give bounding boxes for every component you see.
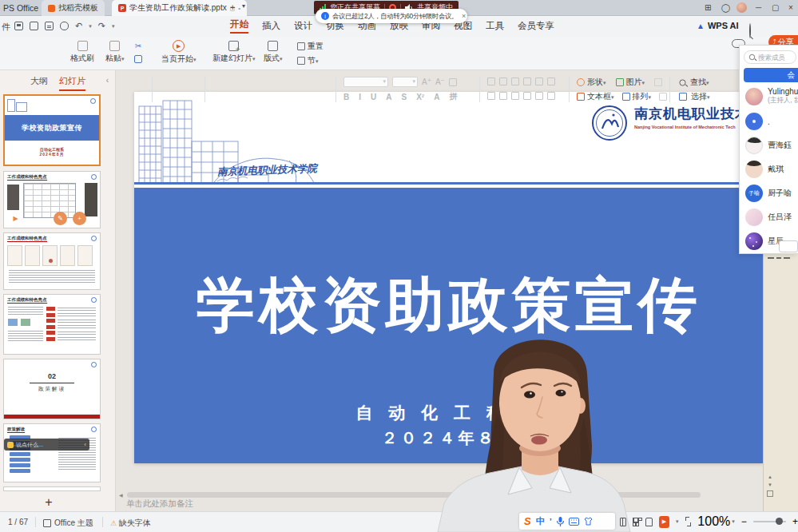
tab-slides[interactable]: 幻灯片 [59,75,85,91]
find-button[interactable]: 查找▾ [679,77,709,88]
print-icon[interactable] [45,22,54,30]
tab-docer-templates[interactable]: 找稻壳模板 [42,0,105,16]
paragraph-icons-bottom[interactable] [487,92,555,100]
reset-button[interactable]: 重置 [297,41,324,52]
notes-placeholder[interactable]: 单击此处添加备注 [126,498,193,510]
slide-thumbnail-6[interactable]: 政策解读 [3,423,101,482]
new-slide-button[interactable]: 新建幻灯片▾ [212,41,256,64]
textbox-button[interactable]: 文本框▾ [577,91,614,102]
zoom-out-button[interactable]: − [741,516,747,527]
layout-button[interactable]: 版式▾ [264,41,283,64]
panel-footer-button[interactable] [779,240,798,252]
file-menu[interactable]: 件 [2,22,10,33]
arrange-button[interactable]: 排列▾ [622,91,652,102]
member-row[interactable]: 戴琪 [745,161,784,178]
member-row-host[interactable]: Yulinghuan (主持人, 我) [745,87,798,105]
reading-view-icon[interactable] [645,518,652,526]
hscroll-left-arrow[interactable]: ◀ [119,492,123,498]
skin-icon[interactable] [584,517,593,526]
member-row[interactable]: . [745,113,770,130]
redo-icon[interactable]: ↷ [98,21,105,31]
undo-chevron-icon[interactable]: ▾ [89,23,92,30]
workspace-switch-icon[interactable]: ⊞ [705,3,711,12]
font-style-glyph-0[interactable]: B [343,93,349,101]
member-search-box[interactable] [744,50,796,64]
slideshow-options-chevron-icon[interactable]: ▾ [676,518,679,525]
slide-thumbnail-5[interactable]: 02 政策解读 [3,359,101,419]
slide-thumbnail-4[interactable]: 工作成绩和特色亮点 [3,294,101,355]
font-style-glyph-6[interactable]: A [434,93,439,101]
play-from-current-button[interactable]: ▶ 当页开始▾ [161,40,197,65]
thumb-annotate-button[interactable]: ✎ [54,212,67,225]
zoom-slider-handle[interactable] [776,518,783,525]
picture-button[interactable]: 图片▾ [616,77,645,88]
tab-outline[interactable]: 大纲 [30,75,48,91]
ribbon-search-icon[interactable] [749,24,751,38]
font-style-glyph-2[interactable]: U [371,93,376,101]
mic-icon[interactable] [557,517,564,526]
minimize-button[interactable]: ─ [756,3,761,12]
qat-chevron-icon[interactable]: ▾ [112,23,115,30]
thumb-add-button[interactable]: + [73,212,86,225]
sogou-logo-icon[interactable]: S [524,515,531,527]
slide-thumbnail-3[interactable]: 工作成绩和特色亮点 [3,232,101,290]
wps-ai-button[interactable]: ▲ WPS AI [697,21,739,30]
slide-thumbnail-2[interactable]: 工作成绩和特色亮点 ▶ ✎ + [3,171,101,228]
cut-icon[interactable]: ✂ [135,42,141,50]
globe-icon[interactable]: ◯ [721,3,730,12]
font-style-glyph-3[interactable]: A [386,93,391,101]
danmaku-input[interactable]: 说点什么... ‹ [4,439,89,451]
menu-tab-2[interactable]: 设计 [294,20,312,32]
prev-slide-icon[interactable]: ▲ [768,474,772,479]
decrease-font-icon[interactable]: A⁻ [435,77,445,86]
font-style-glyph-1[interactable]: I [359,93,361,101]
clear-format-icon[interactable] [449,78,457,86]
slide-sorter-icon[interactable] [633,518,639,526]
tab-list-chevron-icon[interactable]: ▾ [242,2,245,10]
slide-thumbnail-7[interactable] [3,486,101,491]
media-icon[interactable] [659,93,667,101]
copy-icon[interactable] [134,55,142,63]
select-button[interactable]: 选择▾ [679,91,710,102]
font-style-glyph-4[interactable]: S [401,93,407,101]
paragraph-icons-top[interactable] [487,77,555,85]
restore-button[interactable]: ▢ [772,3,779,12]
font-size-select[interactable] [392,77,418,87]
member-row[interactable]: 星辰 [745,232,784,250]
format-painter-button[interactable]: 格式刷 [70,41,94,64]
thumb-play-button[interactable]: ▶ [9,212,22,225]
increase-font-icon[interactable]: A⁺ [422,77,431,86]
tab-document[interactable]: P 学生资助工作政策解读.pptx ◻ • [112,0,247,16]
missing-font-warning[interactable]: ⚠ 缺失字体 [110,518,151,529]
adjust-icon[interactable] [767,490,773,497]
undo-icon[interactable]: ↶ [75,21,82,31]
font-style-glyph-5[interactable]: X² [416,93,424,101]
chart-icon[interactable] [654,78,662,86]
theme-button[interactable]: Office 主题 [43,518,93,529]
zoom-slider[interactable] [753,521,786,522]
member-search-input[interactable] [758,54,793,62]
cloud-sync-icon[interactable] [60,22,69,30]
toast-close-icon[interactable]: × [462,12,466,20]
member-row[interactable]: 任吕泽 [745,208,792,226]
shapes-button[interactable]: 形状▾ [577,77,606,88]
zoom-level[interactable]: 100% ▾ [697,514,734,529]
add-slide-button[interactable]: + [0,495,97,510]
ime-mode-toggle[interactable]: 中 [536,515,545,527]
fit-to-window-icon[interactable] [685,517,692,526]
font-style-glyph-7[interactable]: 拼 [449,91,457,102]
normal-view-icon[interactable] [620,518,626,526]
slideshow-play-button[interactable]: ▶ [659,516,670,528]
save-icon[interactable] [14,22,23,30]
font-family-select[interactable] [343,77,388,87]
menu-tab-1[interactable]: 插入 [262,20,280,32]
danmaku-send-icon[interactable]: ‹ [84,441,86,448]
menu-tab-9[interactable]: 会员专享 [518,20,554,32]
new-tab-button[interactable]: + [230,2,235,12]
collapse-panel-icon[interactable]: ‹ [106,76,109,85]
member-row[interactable]: 子喻 厨子喻 [745,185,792,202]
next-slide-icon[interactable]: ▼ [768,482,772,487]
output-icon[interactable] [30,22,38,30]
menu-tab-8[interactable]: 工具 [486,20,504,32]
close-button[interactable]: × [788,3,793,12]
